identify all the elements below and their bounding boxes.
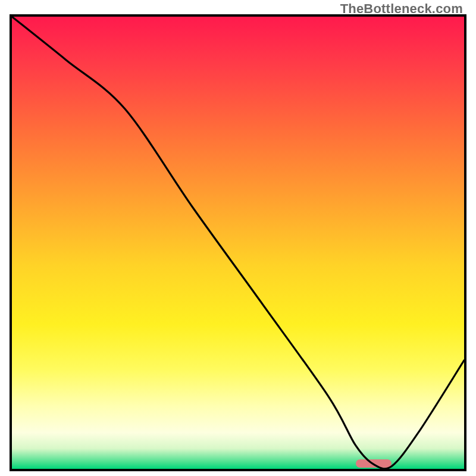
plot-frame [12, 17, 464, 469]
bottleneck-curve [12, 17, 464, 469]
watermark-label: TheBottleneck.com [340, 1, 463, 17]
curve-layer [12, 17, 464, 469]
